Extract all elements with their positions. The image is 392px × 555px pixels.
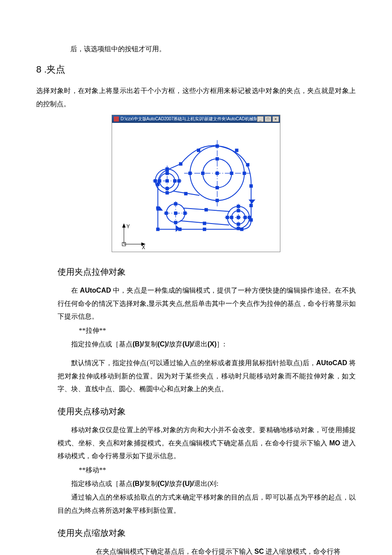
ucs-axis: Y X — [122, 224, 146, 251]
svg-rect-41 — [216, 157, 219, 160]
svg-rect-30 — [197, 148, 200, 152]
svg-rect-44 — [230, 171, 233, 175]
s2-p1: 移动对象仅仅是位置上的平移,对象的方向和大小并不会改变。要精确地移动对象，可使用… — [36, 424, 356, 462]
svg-rect-25 — [156, 227, 159, 231]
svg-rect-49 — [154, 179, 157, 183]
svg-rect-34 — [249, 184, 253, 188]
svg-rect-42 — [216, 186, 219, 189]
svg-rect-50 — [177, 179, 181, 183]
svg-rect-27 — [156, 183, 159, 186]
close-icon[interactable]: × — [272, 116, 279, 122]
subhead-scale: 使用夹点缩放对象 — [58, 525, 356, 541]
svg-rect-70 — [237, 223, 240, 226]
svg-text:X: X — [142, 244, 145, 250]
maximize-icon[interactable]: □ — [265, 116, 271, 122]
app-icon — [114, 116, 119, 122]
svg-rect-59 — [183, 212, 187, 215]
svg-rect-58 — [164, 212, 168, 215]
intro-text: 后，该选项组中的按钮才可用。 — [36, 43, 356, 55]
s1-cmd1: **拉伸** — [36, 324, 356, 337]
window-title: D:\czx\中文版AutoCAD2007基础与上机实训\新建文件夹\AutoC… — [121, 115, 257, 123]
svg-rect-40 — [216, 171, 219, 175]
section-heading: 8 .夹点 — [36, 61, 356, 78]
cad-canvas: Y X — [112, 123, 280, 252]
s2-cmd2: 指定移动点或［基点(B)/复制(C)/放弃(U)/退出(刈: — [36, 477, 356, 490]
svg-rect-33 — [246, 163, 249, 166]
svg-rect-64 — [248, 216, 251, 219]
svg-rect-43 — [201, 171, 205, 175]
svg-rect-60 — [174, 202, 177, 206]
svg-rect-35 — [249, 204, 253, 207]
subhead-stretch: 使用夹点拉伸对象 — [58, 264, 356, 280]
minimize-icon[interactable]: _ — [257, 116, 264, 122]
svg-rect-29 — [179, 162, 182, 166]
svg-rect-63 — [226, 216, 229, 219]
svg-rect-38 — [203, 227, 206, 231]
subhead-move: 使用夹点移动对象 — [58, 403, 356, 419]
window-titlebar: D:\czx\中文版AutoCAD2007基础与上机实训\新建文件夹\AutoC… — [112, 115, 280, 123]
svg-marker-2 — [122, 224, 126, 228]
svg-rect-48 — [165, 179, 169, 183]
s1-cmd2: 指定拉伸点或［基点(B)/复制(C)/放弃(U)/退出(X)］: — [36, 338, 356, 351]
s1-p2: 默认情况下，指定拉伸点(可以通过输入点的坐标或者直接用鼠标指针拾取点)后，AUt… — [36, 357, 356, 395]
s3-p1a: 在夹点编辑模式下确定基点后，在命令行提示下输入 SC 进入缩放模式，命令行将 — [36, 545, 356, 555]
s2-cmd1: **移动** — [36, 464, 356, 477]
svg-rect-65 — [237, 205, 240, 208]
svg-rect-61 — [174, 221, 177, 224]
section-title: .夹点 — [44, 64, 65, 75]
section-number: 8 — [36, 64, 41, 75]
svg-rect-66 — [237, 227, 240, 230]
cad-window: D:\czx\中文版AutoCAD2007基础与上机实训\新建文件夹\AutoC… — [112, 115, 280, 252]
svg-rect-45 — [188, 171, 192, 175]
s1-p1: 在 AUtoCAD 中，夹点是一种集成的编辑模式，提供了一种方便快捷的编辑操作途… — [36, 284, 356, 323]
svg-rect-32 — [235, 148, 239, 152]
svg-rect-47 — [216, 199, 219, 202]
svg-rect-73 — [184, 192, 187, 195]
svg-rect-53 — [158, 179, 161, 183]
svg-rect-37 — [240, 227, 243, 231]
svg-rect-62 — [237, 216, 240, 219]
para-1: 选择对象时，在对象上将显示出若干个小方框，这些小方框用来标记被选中对象的夹点，夹… — [36, 84, 356, 110]
svg-rect-51 — [165, 167, 169, 171]
svg-rect-69 — [237, 209, 240, 212]
svg-rect-55 — [165, 171, 169, 175]
svg-text:Y: Y — [127, 224, 130, 230]
svg-marker-76 — [248, 200, 255, 204]
svg-rect-68 — [243, 216, 247, 219]
svg-rect-54 — [173, 179, 176, 183]
svg-rect-71 — [205, 208, 208, 212]
svg-rect-57 — [174, 212, 177, 215]
svg-rect-56 — [165, 187, 169, 190]
svg-rect-67 — [230, 216, 233, 219]
svg-rect-46 — [242, 171, 246, 175]
svg-rect-31 — [216, 144, 219, 148]
figure: D:\czx\中文版AutoCAD2007基础与上机实训\新建文件夹\AutoC… — [36, 115, 356, 256]
s2-p2: 通过输入点的坐标或拾取点的方式来确定平移对象的目的点后，即可以基点为平移的起点，… — [36, 491, 356, 517]
svg-rect-72 — [203, 222, 206, 225]
svg-rect-52 — [165, 191, 169, 195]
grips — [154, 144, 253, 231]
